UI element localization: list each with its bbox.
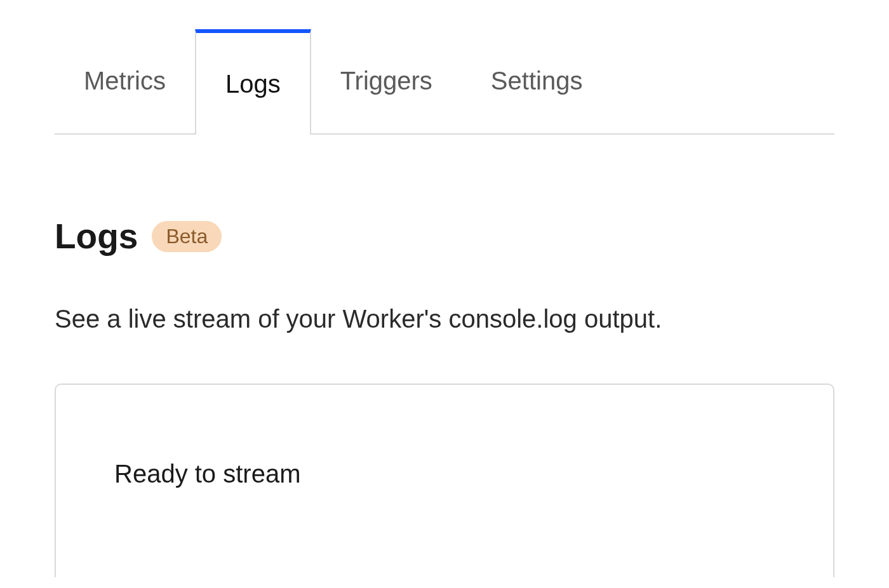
tabbar: Metrics Logs Triggers Settings (55, 28, 834, 135)
main-content: Logs Beta See a live stream of your Work… (55, 135, 834, 577)
page-title: Logs (55, 216, 138, 257)
page-description: See a live stream of your Worker's conso… (55, 301, 834, 337)
tab-label: Logs (225, 70, 281, 98)
beta-badge: Beta (152, 221, 222, 252)
stream-status: Ready to stream (114, 460, 775, 488)
heading-row: Logs Beta (55, 216, 834, 257)
tab-settings[interactable]: Settings (462, 28, 612, 133)
log-stream-panel: Ready to stream (55, 384, 834, 577)
tab-label: Metrics (84, 67, 166, 95)
tab-logs[interactable]: Logs (195, 29, 311, 135)
tab-label: Settings (491, 67, 583, 95)
tab-label: Triggers (340, 67, 432, 95)
tab-triggers[interactable]: Triggers (311, 28, 462, 133)
tab-metrics[interactable]: Metrics (55, 28, 195, 133)
